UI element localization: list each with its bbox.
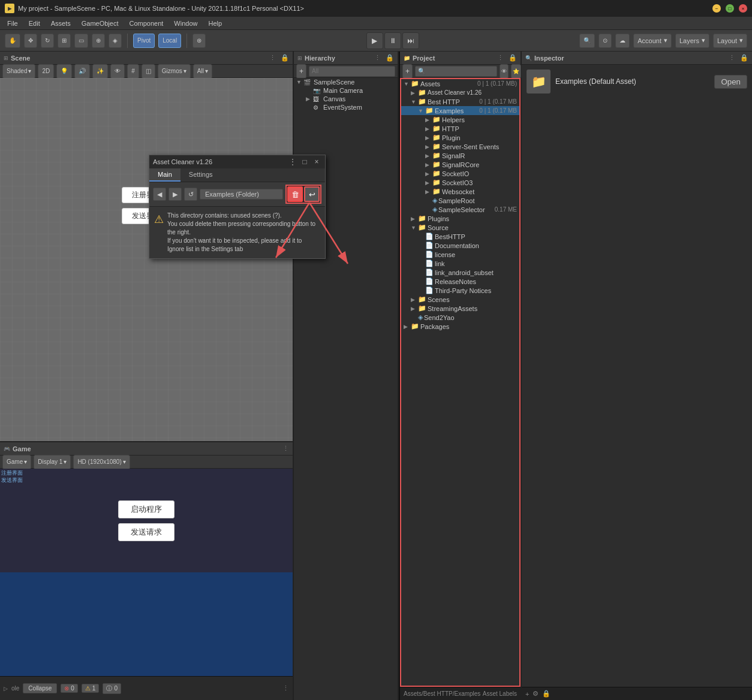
transform-tool[interactable]: ⊕ bbox=[92, 34, 105, 48]
proj-streaming[interactable]: ▶ 📁 StreamingAssets bbox=[401, 304, 519, 313]
proj-link[interactable]: 📄 link bbox=[401, 259, 519, 268]
ac-tab-settings[interactable]: Settings bbox=[181, 168, 221, 182]
layout-dropdown[interactable]: Layout ▾ bbox=[713, 34, 747, 48]
proj-plugin[interactable]: ▶ 📁 Plugin bbox=[401, 133, 519, 142]
project-search[interactable] bbox=[415, 66, 497, 77]
proj-send2yao[interactable]: ◈ Send2Yao bbox=[401, 313, 519, 322]
menu-help[interactable]: Help bbox=[203, 19, 227, 28]
menu-assets[interactable]: Assets bbox=[46, 19, 76, 28]
menu-component[interactable]: Component bbox=[124, 19, 168, 28]
project-lock[interactable]: 🔒 bbox=[509, 54, 517, 62]
ac-folder-btn[interactable]: Examples (Folder) bbox=[200, 189, 283, 200]
minimize-button[interactable]: − bbox=[712, 4, 721, 13]
pivot-button[interactable]: Pivot bbox=[133, 34, 155, 48]
hierarchy-search[interactable] bbox=[309, 66, 395, 77]
proj-examples[interactable]: ▼ 📁 Examples 0 | 1 (0.17 MB bbox=[401, 106, 519, 115]
proj-packages[interactable]: ▶ 📁 Packages bbox=[401, 322, 519, 331]
add-hierarchy-btn[interactable]: + bbox=[296, 64, 306, 79]
proj-helpers[interactable]: ▶ 📁 Helpers bbox=[401, 115, 519, 124]
proj-releasenotes[interactable]: 📄 ReleaseNotes bbox=[401, 277, 519, 286]
layers-dropdown[interactable]: Layers ▾ bbox=[675, 34, 709, 48]
pause-button[interactable]: ⏸ bbox=[384, 32, 401, 49]
menu-file[interactable]: File bbox=[2, 19, 23, 28]
display-dropdown[interactable]: Display 1▾ bbox=[34, 455, 71, 469]
hidden-toggle[interactable]: 👁 bbox=[110, 64, 125, 79]
inspector-lock[interactable]: 🔒 bbox=[740, 54, 748, 62]
add-project-btn[interactable]: + bbox=[402, 64, 413, 79]
proj-eye-btn[interactable]: 👁 bbox=[500, 64, 509, 79]
2d-button[interactable]: 2D bbox=[38, 64, 54, 79]
close-button[interactable]: × bbox=[739, 4, 747, 13]
console-menu[interactable]: ⋮ bbox=[282, 684, 289, 692]
proj-sampleroot[interactable]: ◈ SampleRoot bbox=[401, 196, 519, 205]
add-component-icon[interactable]: + bbox=[525, 690, 529, 698]
hierarchy-item-canvas[interactable]: ▶ 🖼 Canvas bbox=[294, 95, 398, 103]
resolution-dropdown[interactable]: HD (1920x1080)▾ bbox=[73, 455, 130, 469]
menu-edit[interactable]: Edit bbox=[24, 19, 45, 28]
proj-socketio3[interactable]: ▶ 📁 SocketIO3 bbox=[401, 178, 519, 187]
proj-signalr[interactable]: ▶ 📁 SignalR bbox=[401, 151, 519, 160]
ac-ignore-btn[interactable]: ↩ bbox=[304, 186, 320, 202]
proj-plugins[interactable]: ▶ 📁 Plugins bbox=[401, 214, 519, 223]
ac-menu-btn[interactable]: ⋮ bbox=[288, 157, 297, 167]
scene-canvas[interactable]: 注册界面 发送界面 bbox=[0, 78, 293, 441]
collapse-button[interactable]: Collapse bbox=[23, 683, 57, 693]
scale-tool[interactable]: ⊞ bbox=[58, 34, 71, 48]
proj-websocket[interactable]: ▶ 📁 Websocket bbox=[401, 187, 519, 196]
menu-window[interactable]: Window bbox=[169, 19, 202, 28]
search-icon[interactable]: 🔍 bbox=[579, 34, 595, 48]
grid-toggle[interactable]: # bbox=[127, 64, 139, 79]
proj-asset-cleaner[interactable]: ▶ 📁 Asset Cleaner v1.26 bbox=[401, 88, 519, 97]
rect-tool[interactable]: ▭ bbox=[74, 34, 88, 48]
hierarchy-item-eventsystem[interactable]: ⚙ EventSystem bbox=[294, 103, 398, 111]
step-button[interactable]: ⏭ bbox=[402, 32, 419, 49]
ac-maximize-btn[interactable]: □ bbox=[300, 157, 309, 167]
maximize-button[interactable]: □ bbox=[726, 4, 734, 13]
proj-besthttp-file[interactable]: 📄 BestHTTP bbox=[401, 232, 519, 241]
ac-delete-btn[interactable]: 🗑 bbox=[287, 186, 303, 202]
hierarchy-lock[interactable]: 🔒 bbox=[386, 54, 394, 62]
gizmos-dropdown[interactable]: Gizmos▾ bbox=[158, 64, 191, 79]
play-button[interactable]: ▶ bbox=[366, 32, 383, 49]
inspector-menu[interactable]: ⋮ bbox=[729, 54, 735, 62]
proj-scenes[interactable]: ▶ 📁 Scenes bbox=[401, 295, 519, 304]
custom-tool[interactable]: ◈ bbox=[109, 34, 122, 48]
scene-panel-menu[interactable]: ⋮ bbox=[269, 54, 276, 62]
light-toggle[interactable]: 💡 bbox=[56, 64, 72, 79]
game-dropdown[interactable]: Game▾ bbox=[2, 455, 31, 469]
settings-icon[interactable]: ⚙ bbox=[533, 690, 539, 698]
shading-dropdown[interactable]: Shaded▾ bbox=[2, 64, 35, 79]
cloud-icon[interactable]: ☁ bbox=[615, 34, 630, 48]
proj-link-android[interactable]: 📄 link_android_subset bbox=[401, 268, 519, 277]
hierarchy-item-camera[interactable]: 📷 Main Camera bbox=[294, 86, 398, 95]
project-menu[interactable]: ⋮ bbox=[497, 54, 504, 62]
proj-documentation[interactable]: 📄 Documentation bbox=[401, 241, 519, 250]
game-panel-menu[interactable]: ⋮ bbox=[282, 445, 289, 452]
ac-fwd-btn[interactable]: ▶ bbox=[169, 188, 182, 201]
proj-sse[interactable]: ▶ 📁 Server-Sent Events bbox=[401, 142, 519, 151]
lock2-icon[interactable]: 🔒 bbox=[542, 690, 551, 698]
asset-cleaner-titlebar[interactable]: Asset Cleaner v1.26 ⋮ □ × bbox=[149, 155, 325, 168]
all-dropdown[interactable]: All▾ bbox=[193, 64, 212, 79]
proj-license[interactable]: 📄 license bbox=[401, 250, 519, 259]
proj-signalrcore[interactable]: ▶ 📁 SignalRCore bbox=[401, 160, 519, 169]
proj-best-http[interactable]: ▼ 📁 Best HTTP 0 | 1 (0.17 MB bbox=[401, 97, 519, 106]
account-dropdown[interactable]: Account ▾ bbox=[633, 34, 672, 48]
open-button[interactable]: Open bbox=[714, 75, 747, 89]
fx-toggle[interactable]: ✨ bbox=[92, 64, 108, 79]
proj-assets[interactable]: ▼ 📁 Assets 0 | 1 (0.17 MB) bbox=[401, 79, 519, 88]
proj-socketio[interactable]: ▶ 📁 SocketIO bbox=[401, 169, 519, 178]
hand-tool[interactable]: ✋ bbox=[5, 34, 20, 48]
ac-reload-btn[interactable]: ↺ bbox=[184, 188, 197, 201]
ac-close-btn[interactable]: × bbox=[312, 157, 321, 167]
ac-tab-main[interactable]: Main bbox=[149, 168, 181, 182]
collab-icon[interactable]: ⊙ bbox=[598, 34, 612, 48]
menu-gameobject[interactable]: GameObject bbox=[77, 19, 124, 28]
local-button[interactable]: Local bbox=[158, 34, 181, 48]
rotate-tool[interactable]: ↻ bbox=[41, 34, 54, 48]
ac-back-btn[interactable]: ◀ bbox=[153, 188, 166, 201]
game-canvas[interactable]: 启动程序 发送请求 注册界面发送界面 bbox=[0, 469, 293, 676]
move-tool[interactable]: ✥ bbox=[24, 34, 37, 48]
snap-settings[interactable]: ◫ bbox=[142, 64, 155, 79]
hierarchy-menu[interactable]: ⋮ bbox=[374, 54, 381, 62]
